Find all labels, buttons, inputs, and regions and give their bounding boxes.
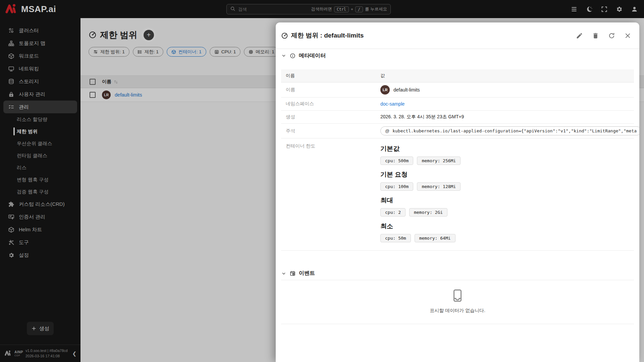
annotation-text: kubectl.kubernetes.io/last-applied-confi… [392,128,637,133]
namespace-link[interactable]: doc-sample [380,101,405,107]
metadata-header-row: 이름 값 [281,69,634,82]
at-icon: @ [385,128,389,133]
limit-value-chip: memory: 128Mi [417,182,461,191]
events-empty-state: 표시할 데이터가 없습니다. [281,280,634,324]
chevron-down-icon[interactable] [281,271,286,276]
col-header-name: 이름 [281,69,376,82]
limit-value-chip: memory: 256Mi [417,157,461,165]
limit-range-gauge-icon [281,32,288,39]
limit-value-chip: cpu: 2 [380,208,406,217]
delete-icon[interactable] [592,32,599,39]
metadata-row-created: 생성 2026. 3. 28. 오후 4시 35분 23초 GMT+9 [281,111,634,124]
limit-value-chip: cpu: 50m [380,234,411,242]
limit-group-default: 기본값 cpu: 500m memory: 256Mi [380,144,633,165]
section-title: 메타데이터 [299,52,326,59]
drawer-title: 제한 범위 : default-limits [281,31,364,40]
metadata-row-namespace: 네임스페이스 doc-sample [281,98,634,111]
refresh-icon[interactable] [608,32,615,39]
drawer-header: 제한 범위 : default-limits [276,22,639,49]
metadata-table: 이름 값 이름 LR default-limits 네임스페이스 doc-sam… [281,69,634,251]
metadata-row-annotations: 주석 @ kubectl.kubernetes.io/last-applied-… [281,124,634,138]
limit-group-max: 최대 cpu: 2 memory: 2Gi [380,196,633,217]
limit-value-chip: cpu: 100m [380,182,413,191]
empty-tray-icon [450,289,465,303]
app-root: MSAP.ai 검색하려면 Ctrl + / 를 누르세요 [0,0,644,362]
section-title: 이벤트 [299,270,315,277]
empty-state-text: 표시할 데이터가 없습니다. [430,308,485,314]
events-section-header: 이벤트 [281,267,634,280]
metadata-section-header: 메타데이터 [281,49,634,62]
calendar-clock-icon [290,270,296,276]
name-value-cell: LR default-limits [380,85,633,95]
resource-avatar: LR [380,85,390,95]
events-section: 이벤트 표시할 데이터가 없습니다. [281,267,634,324]
col-header-value: 값 [376,69,634,82]
limit-group-default-request: 기본 요청 cpu: 100m memory: 128Mi [380,170,633,191]
limit-group-min: 최소 cpu: 50m memory: 64Mi [380,222,633,242]
metadata-row-container-limits: 컨테이너 한도 기본값 cpu: 500m memory: 256Mi 기본 요… [281,138,634,251]
detail-drawer: 제한 범위 : default-limits 메타데이터 이름 값 [276,22,639,362]
metadata-row-name: 이름 LR default-limits [281,82,634,98]
limit-value-chip: memory: 64Mi [415,234,455,242]
limit-value-chip: cpu: 500m [380,157,413,165]
created-timestamp: 2026. 3. 28. 오후 4시 35분 23초 GMT+9 [376,111,634,123]
chevron-down-icon[interactable] [281,53,286,58]
drawer-body: 메타데이터 이름 값 이름 LR default-limits [276,49,639,324]
info-icon [290,53,296,59]
resource-name: default-limits [393,87,420,93]
drawer-actions [576,32,631,39]
limit-value-chip: memory: 2Gi [409,208,447,217]
annotation-pill[interactable]: @ kubectl.kubernetes.io/last-applied-con… [380,126,639,135]
edit-icon[interactable] [576,32,583,39]
close-icon[interactable] [624,32,631,39]
